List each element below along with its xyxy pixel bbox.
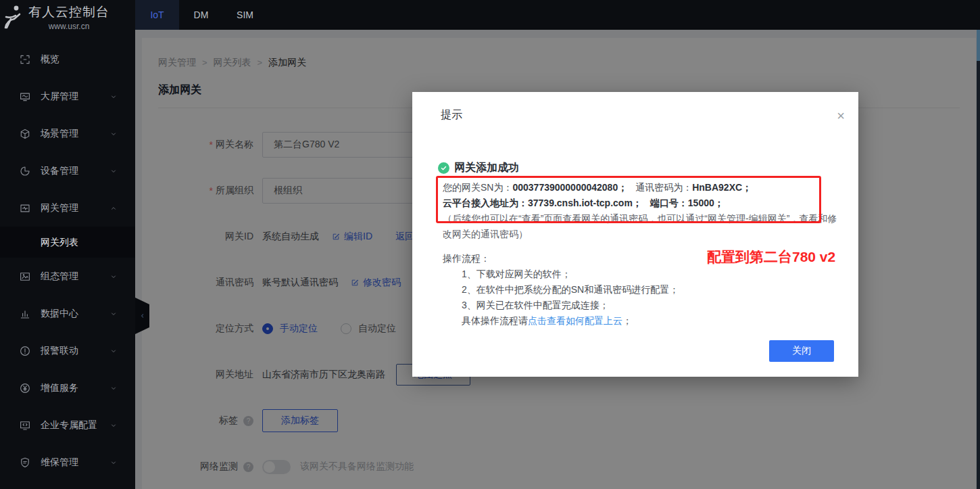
tip-modal: 提示 × 网关添加成功 您的网关SN为：00037739000000042080… xyxy=(412,92,858,377)
sidebar-item-label: 企业专属配置 xyxy=(41,419,97,432)
scrollbar-thumb[interactable] xyxy=(977,30,980,61)
scene-icon xyxy=(19,128,31,140)
sidebar-item-报警联动[interactable]: 报警联动 xyxy=(0,332,135,369)
chevron-up-icon xyxy=(109,204,118,212)
how-to-configure-link[interactable]: 点击查看如何配置上云 xyxy=(528,313,622,329)
chevron-down-icon xyxy=(109,310,118,318)
sidebar-item-网关管理[interactable]: 网关管理 xyxy=(0,189,135,227)
sidebar-item-概览[interactable]: 概览 xyxy=(0,41,135,78)
logo-text: 有人云控制台 www.usr.cn xyxy=(28,3,109,31)
modal-title: 提示 xyxy=(441,109,462,120)
step-item: 1、下载对应网关的软件； xyxy=(443,266,858,282)
sn-label: 您的网关SN为： xyxy=(443,182,512,193)
app-title: 有人云控制台 xyxy=(28,3,109,21)
sidebar-item-label: 场景管理 xyxy=(41,128,78,140)
sidebar-item-维保管理[interactable]: 维保管理 xyxy=(0,444,135,481)
red-annotation-text: 配置到第二台780 v2 xyxy=(707,248,835,266)
sidebar-item-label: 大屏管理 xyxy=(41,91,78,103)
addr-label: 云平台接入地址为： xyxy=(443,197,528,208)
vas-icon xyxy=(19,382,31,394)
success-row: 网关添加成功 xyxy=(438,161,858,175)
scrollbar-track xyxy=(977,30,980,489)
sidebar-item-label: 概览 xyxy=(41,53,59,66)
addr-line: 云平台接入地址为：37739.cnsh.iot-tcp.com；端口号：1500… xyxy=(443,195,858,211)
sidebar-item-大屏管理[interactable]: 大屏管理 xyxy=(0,78,135,115)
tab-DM[interactable]: DM xyxy=(179,0,223,30)
more-prefix: 具体操作流程请 xyxy=(462,315,528,326)
pwd-label: 通讯密码为： xyxy=(635,182,692,193)
app-url: www.usr.cn xyxy=(28,22,109,31)
pwd-value: HnBA92XC； xyxy=(692,182,752,193)
sidebar-item-场景管理[interactable]: 场景管理 xyxy=(0,115,135,152)
check-circle-icon xyxy=(438,162,449,174)
step-items: 1、下载对应网关的软件；2、在软件中把系统分配的SN和通讯密码进行配置；3、网关… xyxy=(443,266,858,313)
sidebar-item-label: 维保管理 xyxy=(41,457,78,469)
sn-value: 00037739000000042080； xyxy=(512,182,627,193)
sidebar: 有人云控制台 www.usr.cn 概览大屏管理场景管理设备管理网关管理网关列表… xyxy=(0,0,135,489)
step-item: 3、网关已在软件中配置完成连接； xyxy=(443,298,858,313)
gateway-info: 您的网关SN为：00037739000000042080；通讯密码为：HnBA9… xyxy=(412,180,858,242)
port-label: 端口号： xyxy=(650,197,688,208)
sidebar-item-label: 组态管理 xyxy=(41,271,78,283)
chevron-down-icon xyxy=(109,347,118,355)
close-icon[interactable]: × xyxy=(837,110,845,122)
topbar: IoTDMSIM xyxy=(135,0,980,30)
addr-value: 37739.cnsh.iot-tcp.com； xyxy=(528,197,642,208)
device-icon xyxy=(19,165,31,177)
sidebar-item-组态管理[interactable]: 组态管理 xyxy=(0,258,135,295)
step-item: 2、在软件中把系统分配的SN和通讯密码进行配置； xyxy=(443,282,858,298)
chevron-down-icon xyxy=(109,130,118,138)
chevron-down-icon xyxy=(109,384,118,392)
screen: 有人云控制台 www.usr.cn 概览大屏管理场景管理设备管理网关管理网关列表… xyxy=(0,0,980,489)
modal-header: 提示 × xyxy=(412,92,858,122)
tab-SIM[interactable]: SIM xyxy=(223,0,267,30)
sidebar-item-增值服务[interactable]: 增值服务 xyxy=(0,369,135,406)
sidebar-subitem-网关列表[interactable]: 网关列表 xyxy=(0,227,135,258)
sn-line: 您的网关SN为：00037739000000042080；通讯密码为：HnBA9… xyxy=(443,180,858,195)
tab-IoT[interactable]: IoT xyxy=(135,0,179,30)
screen-icon xyxy=(19,91,31,103)
sidebar-item-label: 网关管理 xyxy=(41,202,78,214)
logo: 有人云控制台 www.usr.cn xyxy=(0,0,135,35)
note-line-2: 改网关的通讯密码） xyxy=(443,227,858,242)
chevron-down-icon xyxy=(109,273,118,281)
sidebar-item-label: 增值服务 xyxy=(41,382,78,394)
sidebar-item-label: 设备管理 xyxy=(41,165,78,177)
sidebar-nav: 概览大屏管理场景管理设备管理网关管理网关列表组态管理数据中心报警联动增值服务企业… xyxy=(0,41,135,489)
note-line-1: （后续您也可以在“查看”页面查看网关的通讯密码，也可以通过“网关管理-编辑网关”… xyxy=(443,211,858,227)
overview-icon xyxy=(19,53,31,66)
close-button[interactable]: 关闭 xyxy=(769,340,834,362)
alarm-icon xyxy=(19,345,31,357)
chevron-down-icon xyxy=(109,421,118,429)
hmi-icon xyxy=(19,271,31,283)
gateway-icon xyxy=(19,202,31,214)
port-value: 15000； xyxy=(688,197,724,208)
chevron-down-icon xyxy=(109,93,118,101)
sidebar-item-label: 数据中心 xyxy=(41,308,78,320)
enterprise-icon xyxy=(19,419,31,432)
data-icon xyxy=(19,308,31,320)
sidebar-item-数据中心[interactable]: 数据中心 xyxy=(0,295,135,332)
chevron-down-icon xyxy=(109,459,118,467)
chevron-down-icon xyxy=(109,167,118,175)
sidebar-item-企业专属配置[interactable]: 企业专属配置 xyxy=(0,406,135,444)
sidebar-item-label: 报警联动 xyxy=(41,345,78,357)
sidebar-item-扩展功能[interactable]: 扩展功能 xyxy=(0,481,135,489)
maintenance-icon xyxy=(19,457,31,469)
success-title: 网关添加成功 xyxy=(454,161,519,175)
steps-more: 具体操作流程请点击查看如何配置上云； xyxy=(443,313,858,329)
more-suffix: ； xyxy=(622,315,632,326)
sidebar-item-设备管理[interactable]: 设备管理 xyxy=(0,152,135,189)
usr-logo-icon xyxy=(3,3,24,30)
